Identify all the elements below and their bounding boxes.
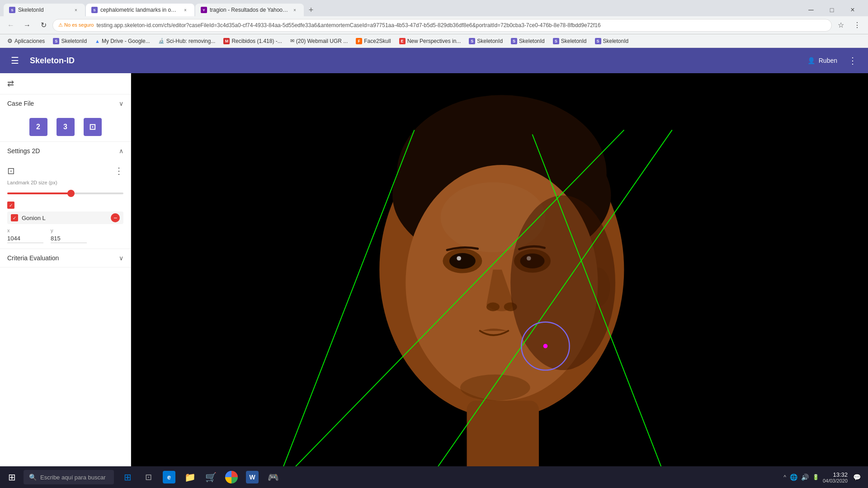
case-file-icon-2[interactable]: 2 bbox=[29, 118, 47, 136]
svg-point-15 bbox=[460, 375, 530, 401]
settings-2d-header[interactable]: Settings 2D ∧ bbox=[0, 142, 131, 160]
coord-y-label: y bbox=[51, 228, 87, 233]
bookmark-face2skull[interactable]: F Face2Skull bbox=[352, 37, 394, 45]
bookmark-webmail[interactable]: ✉ (20) Webmail UGR ... bbox=[287, 37, 351, 45]
forward-button[interactable]: → bbox=[20, 18, 34, 33]
crop-tool-icon[interactable]: ⊡ bbox=[7, 165, 15, 176]
systray-network[interactable]: 🌐 bbox=[790, 474, 797, 481]
taskbar-time[interactable]: 13:32 04/03/2020 bbox=[823, 471, 848, 483]
bookmark-scihub[interactable]: 🔬 Sci-Hub: removing... bbox=[155, 37, 219, 45]
taskbar-app-explorer[interactable]: 📁 bbox=[180, 467, 200, 487]
sidebar-switch[interactable]: ⇄ bbox=[0, 73, 131, 94]
header-more-button[interactable]: ⋮ bbox=[844, 52, 861, 70]
main-canvas[interactable] bbox=[131, 73, 868, 488]
landmark-remove-gonion[interactable]: − bbox=[111, 213, 120, 222]
bookmark-new-perspectives[interactable]: E New Perspectives in... bbox=[396, 37, 465, 45]
browser-tab-2[interactable]: S cephalometric landmarks in obl... × bbox=[86, 4, 194, 16]
coord-x-input[interactable] bbox=[7, 234, 43, 243]
systray-chevron[interactable]: ^ bbox=[783, 474, 786, 480]
user-menu[interactable]: 👤 Ruben bbox=[807, 57, 837, 64]
bookmark-favicon-s3: S bbox=[511, 38, 517, 44]
case-file-icon-portrait[interactable]: ⊡ bbox=[84, 118, 102, 136]
bookmark-recibidos[interactable]: M Recibidos (1.418) -... bbox=[220, 37, 285, 45]
bookmark-label-np: New Perspectives in... bbox=[407, 38, 461, 44]
tab-close-1[interactable]: × bbox=[72, 6, 80, 14]
tab-close-3[interactable]: × bbox=[291, 6, 298, 14]
bookmark-favicon-s1: S bbox=[53, 38, 59, 44]
reload-button[interactable]: ↻ bbox=[36, 18, 51, 33]
window-maximize[interactable]: □ bbox=[822, 4, 842, 16]
bookmark-label-face2skull: Face2Skull bbox=[364, 38, 391, 44]
app-header: ☰ Skeleton-ID 👤 Ruben ⋮ bbox=[0, 48, 868, 73]
tab-close-2[interactable]: × bbox=[182, 6, 189, 14]
start-button[interactable]: ⊞ bbox=[2, 467, 22, 487]
window-minimize[interactable]: ─ bbox=[801, 4, 821, 16]
criteria-evaluation-header[interactable]: Criteria Evaluation ∨ bbox=[0, 249, 131, 267]
taskbar-app-taskview[interactable]: ⊡ bbox=[138, 467, 158, 487]
new-tab-button[interactable]: + bbox=[305, 4, 317, 16]
taskbar-app-game[interactable]: 🎮 bbox=[263, 467, 283, 487]
criteria-evaluation-chevron: ∨ bbox=[119, 254, 123, 262]
hamburger-menu[interactable]: ☰ bbox=[7, 52, 23, 70]
bookmark-skeletonid-3[interactable]: S SkeletonId bbox=[507, 37, 548, 45]
taskbar-apps: ⊞ ⊡ e 📁 🛒 W 🎮 bbox=[118, 467, 283, 487]
word-icon: W bbox=[246, 471, 259, 483]
notification-center[interactable]: 💬 bbox=[853, 474, 861, 481]
tab-favicon-3: Y bbox=[201, 7, 207, 13]
address-bar[interactable]: ⚠ No es seguro testing.app.skeleton-id.c… bbox=[52, 19, 832, 32]
url-text: testing.app.skeleton-id.com/cfs/editor?c… bbox=[96, 22, 826, 28]
taskbar-search-bar[interactable]: 🔍 Escribe aquí para buscar bbox=[24, 470, 114, 484]
case-file-header[interactable]: Case File ∨ bbox=[0, 94, 131, 113]
taskbar-app-edge[interactable]: e bbox=[159, 467, 179, 487]
taskbar-app-word[interactable]: W bbox=[242, 467, 262, 487]
bookmark-label-s2: SkeletonId bbox=[477, 38, 503, 44]
systray-sound[interactable]: 🔊 bbox=[801, 474, 809, 481]
bookmark-label-s4: SkeletonId bbox=[561, 38, 587, 44]
landmark-name-gonion: Gonion L bbox=[22, 215, 107, 221]
bookmark-skeletonid-4[interactable]: S SkeletonId bbox=[549, 37, 590, 45]
landmark-gonion-l-row: ✓ Gonion L − bbox=[7, 211, 123, 224]
bookmark-favicon-m: M bbox=[223, 38, 230, 44]
bookmark-drive[interactable]: ▲ My Drive - Google... bbox=[91, 37, 154, 45]
bookmark-star[interactable]: ☆ bbox=[834, 18, 848, 33]
tab-title-2: cephalometric landmarks in obl... bbox=[100, 7, 179, 13]
landmark-gonion-checkbox[interactable]: ✓ bbox=[11, 214, 18, 221]
security-warning: ⚠ No es seguro bbox=[58, 22, 94, 28]
back-button[interactable]: ← bbox=[4, 18, 18, 33]
taskbar-app-chrome[interactable] bbox=[222, 467, 241, 487]
svg-point-9 bbox=[449, 253, 476, 269]
case-file-icon-3[interactable]: 3 bbox=[57, 118, 75, 136]
landmark-size-label: Landmark 2D size (px) bbox=[7, 180, 123, 185]
browser-chrome: S SkeletonId × S cephalometric landmarks… bbox=[0, 0, 868, 48]
tab-favicon-1: S bbox=[9, 7, 15, 13]
taskbar-search-text: Escribe aquí para buscar bbox=[40, 474, 106, 481]
tool-more-icon[interactable]: ⋮ bbox=[114, 165, 123, 176]
bookmark-skeletonid-2[interactable]: S SkeletonId bbox=[465, 37, 506, 45]
app-logo: Skeleton-ID bbox=[30, 56, 800, 66]
user-name: Ruben bbox=[819, 57, 837, 64]
systray-battery[interactable]: 🔋 bbox=[812, 474, 819, 480]
case-file-chevron: ∨ bbox=[119, 100, 123, 107]
checkbox-red[interactable]: ✓ bbox=[7, 202, 14, 209]
bookmark-label-s3: SkeletonId bbox=[519, 38, 545, 44]
bookmark-icon: ⚙ bbox=[7, 38, 13, 44]
bookmark-skeletonid-5[interactable]: S SkeletonId bbox=[591, 37, 632, 45]
bookmark-label-scihub: Sci-Hub: removing... bbox=[166, 38, 216, 44]
sidebar: ⇄ Case File ∨ 2 3 ⊡ Settings 2D ∧ bbox=[0, 73, 131, 488]
taskbar-app-store[interactable]: 🛒 bbox=[201, 467, 221, 487]
bookmark-favicon-webmail: ✉ bbox=[290, 38, 294, 44]
coord-x-label: x bbox=[7, 228, 43, 233]
coord-y-field: y bbox=[51, 228, 87, 243]
bookmark-skeletonid-1[interactable]: S SkeletonId bbox=[49, 37, 90, 45]
bookmark-aplicaciones[interactable]: ⚙ Aplicaciones bbox=[4, 37, 48, 45]
taskbar-app-windows[interactable]: ⊞ bbox=[118, 467, 137, 487]
case-file-title: Case File bbox=[7, 100, 34, 107]
window-close[interactable]: × bbox=[843, 4, 863, 16]
browser-tab-3[interactable]: Y tragion - Resultados de Yahoo E... × bbox=[195, 4, 304, 16]
browser-tab-1[interactable]: S SkeletonId × bbox=[4, 4, 85, 16]
taskbar-search-icon: 🔍 bbox=[29, 474, 37, 481]
coord-y-input[interactable] bbox=[51, 234, 87, 243]
landmark-size-slider[interactable] bbox=[7, 192, 123, 194]
settings-button[interactable]: ⋮ bbox=[850, 18, 864, 33]
canvas-svg bbox=[131, 73, 868, 488]
